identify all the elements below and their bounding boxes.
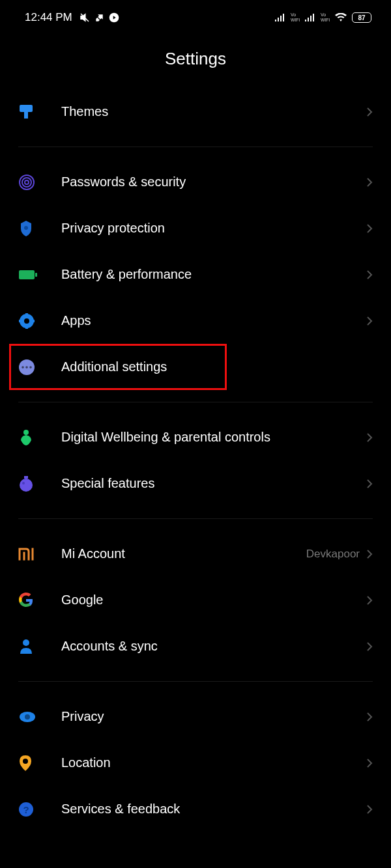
item-label: Privacy protection <box>61 221 366 236</box>
svg-point-32 <box>23 639 29 646</box>
signal-2-icon <box>305 14 315 21</box>
apps-gear-icon <box>18 313 44 329</box>
svg-rect-6 <box>305 20 306 21</box>
settings-item-google[interactable]: Google <box>18 577 373 623</box>
status-left: 12:44 PM <box>25 11 119 24</box>
divider <box>18 681 373 682</box>
item-label: Additional settings <box>61 359 218 374</box>
svg-point-34 <box>25 714 30 720</box>
settings-item-themes[interactable]: Themes <box>18 89 373 135</box>
battery-icon: 87 <box>352 12 371 23</box>
svg-point-35 <box>23 759 28 764</box>
item-value: Devkapoor <box>306 548 360 561</box>
sync-icon <box>94 12 105 23</box>
chevron-right-icon <box>366 316 373 326</box>
play-icon <box>109 12 119 23</box>
chevron-right-icon <box>366 223 373 234</box>
svg-rect-8 <box>310 16 311 21</box>
item-label: Mi Account <box>61 546 306 561</box>
svg-rect-20 <box>25 313 28 316</box>
chevron-right-icon <box>366 758 373 768</box>
svg-point-26 <box>25 366 28 369</box>
help-icon: ? <box>18 802 44 817</box>
settings-item-special-features[interactable]: Special features <box>18 460 373 507</box>
signal-1-icon <box>275 14 285 21</box>
battery-performance-icon <box>18 269 44 281</box>
svg-rect-3 <box>278 18 279 21</box>
item-label: Services & feedback <box>61 802 366 817</box>
wellbeing-icon <box>18 428 44 447</box>
item-label: Battery & performance <box>61 267 366 282</box>
svg-point-13 <box>22 178 31 187</box>
more-dots-icon <box>18 359 44 376</box>
item-label: Passwords & security <box>61 175 366 189</box>
person-icon <box>18 638 44 655</box>
svg-rect-9 <box>313 14 314 21</box>
chevron-right-icon <box>366 712 373 722</box>
item-label: Themes <box>61 104 366 119</box>
chevron-right-icon <box>366 177 373 188</box>
svg-point-31 <box>22 482 25 484</box>
fingerprint-icon <box>18 174 44 191</box>
mi-logo-icon <box>18 548 44 561</box>
status-right: VoWiFi VoWiFi 87 <box>275 12 371 23</box>
status-bar: 12:44 PM <box>0 0 391 33</box>
svg-point-19 <box>24 318 29 324</box>
settings-item-digital-wellbeing[interactable]: Digital Wellbeing & parental controls <box>18 414 373 460</box>
divider <box>18 402 373 402</box>
item-label: Apps <box>61 313 366 328</box>
svg-point-25 <box>22 366 24 369</box>
chevron-right-icon <box>366 270 373 280</box>
item-label: Google <box>61 593 366 608</box>
svg-point-27 <box>29 366 32 369</box>
settings-item-privacy[interactable]: Privacy <box>18 693 373 740</box>
svg-rect-16 <box>19 270 35 279</box>
page-title: Settings <box>0 49 391 69</box>
settings-item-passwords-security[interactable]: Passwords & security <box>18 159 373 205</box>
item-label: Special features <box>61 476 366 491</box>
wifi-icon <box>335 13 347 22</box>
settings-item-additional[interactable]: Additional settings <box>9 344 227 390</box>
settings-item-accounts-sync[interactable]: Accounts & sync <box>18 623 373 669</box>
svg-text:?: ? <box>23 804 29 815</box>
page-header: Settings <box>0 33 391 89</box>
chevron-right-icon <box>366 595 373 606</box>
item-label: Accounts & sync <box>61 639 366 654</box>
svg-rect-22 <box>19 320 22 322</box>
chevron-right-icon <box>366 479 373 489</box>
svg-rect-21 <box>25 326 28 329</box>
chevron-right-icon <box>366 432 373 443</box>
divider <box>18 147 373 147</box>
settings-item-location[interactable]: Location <box>18 740 373 786</box>
settings-item-apps[interactable]: Apps <box>18 298 373 344</box>
svg-point-14 <box>25 180 29 184</box>
svg-rect-4 <box>280 16 282 21</box>
svg-point-30 <box>20 479 33 492</box>
chevron-right-icon <box>366 549 373 559</box>
status-time: 12:44 PM <box>25 11 72 24</box>
settings-item-services-feedback[interactable]: ? Services & feedback <box>18 786 373 832</box>
settings-item-battery[interactable]: Battery & performance <box>18 251 373 298</box>
settings-item-privacy-protection[interactable]: Privacy protection <box>18 205 373 251</box>
item-label: Digital Wellbeing & parental controls <box>61 430 366 445</box>
eye-icon <box>18 711 44 723</box>
svg-rect-10 <box>20 105 33 112</box>
svg-point-15 <box>24 226 28 230</box>
settings-list: Themes Passwords & security Privacy prot… <box>0 89 391 832</box>
shield-icon <box>18 219 44 238</box>
chevron-right-icon <box>366 107 373 117</box>
flask-icon <box>18 475 44 493</box>
location-pin-icon <box>18 754 44 772</box>
mute-icon <box>79 12 91 23</box>
svg-point-28 <box>23 430 29 435</box>
vowifi-1-icon: VoWiFi <box>291 12 300 23</box>
item-label: Location <box>61 755 366 770</box>
vowifi-2-icon: VoWiFi <box>321 12 330 23</box>
chevron-right-icon <box>366 804 373 815</box>
settings-item-mi-account[interactable]: Mi Account Devkapoor <box>18 531 373 577</box>
status-icons-left <box>79 12 119 23</box>
svg-rect-2 <box>275 20 276 21</box>
chevron-right-icon <box>366 641 373 652</box>
svg-rect-5 <box>283 14 284 21</box>
svg-rect-17 <box>35 273 37 277</box>
